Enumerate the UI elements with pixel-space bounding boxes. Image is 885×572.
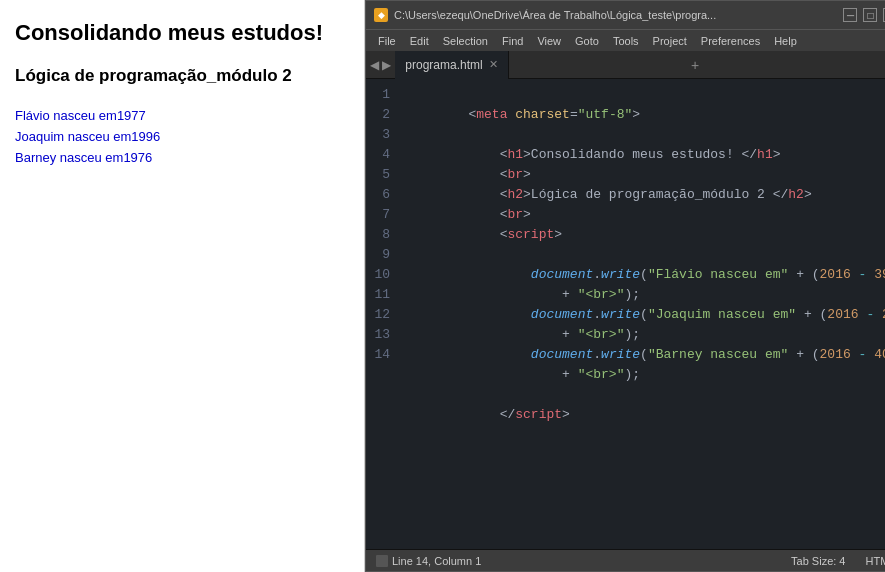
status-tab-size: Tab Size: 4: [791, 555, 845, 567]
menu-file[interactable]: File: [372, 33, 402, 49]
editor-window: ◆ C:\Users\ezequ\OneDrive\Área de Trabal…: [365, 0, 885, 572]
status-right: Tab Size: 4 HTML: [791, 555, 885, 567]
code-line-13: </script>: [406, 385, 885, 405]
output-line-2: Joaquim nasceu em1996: [15, 127, 349, 148]
tab-close-icon[interactable]: ✕: [489, 58, 498, 71]
tab-label: programa.html: [405, 58, 482, 72]
maximize-button[interactable]: □: [863, 8, 877, 22]
menu-help[interactable]: Help: [768, 33, 803, 49]
menu-preferences[interactable]: Preferences: [695, 33, 766, 49]
status-left: Line 14, Column 1: [376, 555, 481, 567]
browser-output-panel: Consolidando meus estudos! Lógica de pro…: [0, 0, 365, 572]
minimize-button[interactable]: ─: [843, 8, 857, 22]
code-lines[interactable]: <meta charset="utf-8"> <h1>Consolidando …: [398, 79, 885, 549]
menu-goto[interactable]: Goto: [569, 33, 605, 49]
status-bar: Line 14, Column 1 Tab Size: 4 HTML: [366, 549, 885, 571]
page-subheading: Lógica de programação_módulo 2: [15, 66, 349, 86]
title-bar-text: C:\Users\ezequ\OneDrive\Área de Trabalho…: [394, 9, 716, 21]
status-position: Line 14, Column 1: [392, 555, 481, 567]
output-line-1: Flávio nasceu em1977: [15, 106, 349, 127]
menu-view[interactable]: View: [531, 33, 567, 49]
title-bar: ◆ C:\Users\ezequ\OneDrive\Área de Trabal…: [366, 1, 885, 29]
output-line-3: Barney nasceu em1976: [15, 148, 349, 169]
code-line-1: <meta charset="utf-8">: [406, 85, 885, 105]
code-line-3: <h1>Consolidando meus estudos! </h1>: [406, 125, 885, 145]
line-numbers: 1 2 3 4 5 6 7 8 9 10 11 12 13 14: [366, 79, 398, 549]
menu-project[interactable]: Project: [647, 33, 693, 49]
menu-edit[interactable]: Edit: [404, 33, 435, 49]
code-editor-area[interactable]: 1 2 3 4 5 6 7 8 9 10 11 12 13 14 <meta c…: [366, 79, 885, 549]
tab-bar: ◀ ▶ programa.html ✕ + ▼: [366, 51, 885, 79]
status-syntax: HTML: [865, 555, 885, 567]
tab-nav-arrows[interactable]: ◀ ▶: [366, 58, 395, 72]
script-output: Flávio nasceu em1977 Joaquim nasceu em19…: [15, 106, 349, 168]
status-file-icon: [376, 555, 388, 567]
code-line-9: document.write("Flávio nasceu em" + (201…: [406, 245, 885, 265]
window-controls[interactable]: ─ □ ✕: [843, 8, 885, 22]
menu-find[interactable]: Find: [496, 33, 529, 49]
tab-programa-html[interactable]: programa.html ✕: [395, 51, 508, 79]
page-heading: Consolidando meus estudos!: [15, 20, 349, 46]
menu-selection[interactable]: Selection: [437, 33, 494, 49]
menu-tools[interactable]: Tools: [607, 33, 645, 49]
title-bar-left: ◆ C:\Users\ezequ\OneDrive\Área de Trabal…: [374, 8, 716, 22]
tab-add-button[interactable]: +: [691, 57, 699, 73]
app-icon: ◆: [374, 8, 388, 22]
menu-bar: File Edit Selection Find View Goto Tools…: [366, 29, 885, 51]
